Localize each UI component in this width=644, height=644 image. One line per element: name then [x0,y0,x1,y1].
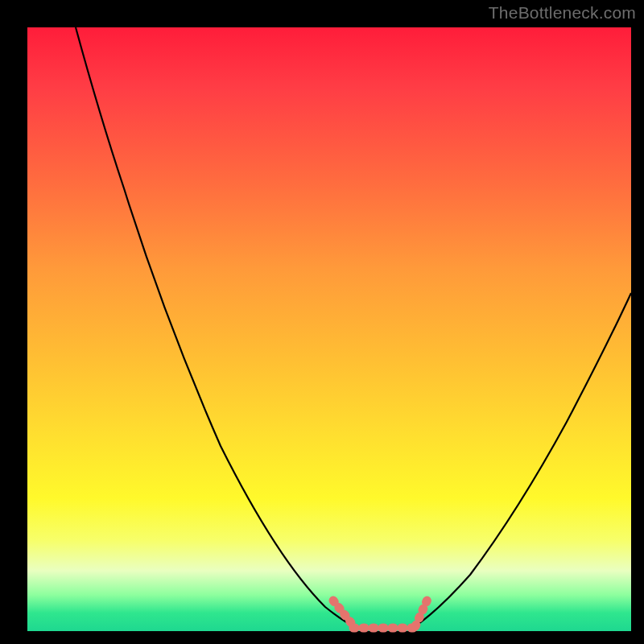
chart-svg [27,27,631,631]
chart-frame: TheBottleneck.com [0,0,644,644]
curve-left [76,27,356,627]
plot-area [27,27,631,631]
curve-right [414,293,631,627]
watermark-text: TheBottleneck.com [489,3,636,23]
